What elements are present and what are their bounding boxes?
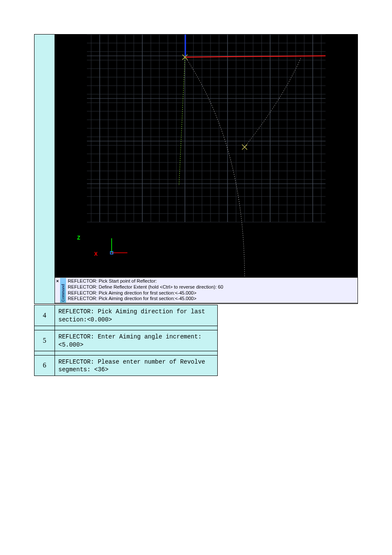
command-line-panel[interactable]: × Command REFLECTOR: Pick Start point of…: [55, 278, 357, 304]
step-text: REFLECTOR: Please enter number of Revolv…: [55, 355, 218, 376]
command-line: REFLECTOR: Pick Start point of Reflector…: [68, 278, 356, 284]
ucs-icon: [110, 238, 127, 254]
step-number: 6: [35, 355, 55, 376]
step-number: 5: [35, 330, 55, 351]
step-text: REFLECTOR: Enter Aiming angle increment:…: [55, 330, 218, 351]
command-history: REFLECTOR: Pick Start point of Reflector…: [66, 278, 357, 303]
command-line: REFLECTOR: Pick Aiming direction for fir…: [68, 296, 356, 302]
table-row: 6 REFLECTOR: Please enter number of Revo…: [35, 355, 218, 376]
axis-x-label: X: [94, 251, 98, 257]
viewport-drawing: [55, 35, 357, 278]
instruction-steps-table: 4 REFLECTOR: Pick Aiming direction for l…: [34, 305, 218, 376]
command-line: REFLECTOR: Define Reflector Extent (hold…: [68, 284, 356, 290]
cad-viewport[interactable]: Z X: [55, 35, 357, 278]
close-icon[interactable]: ×: [55, 278, 60, 303]
command-panel-label: Command: [60, 278, 66, 303]
axis-z-label: Z: [77, 235, 80, 241]
table-row: 5 REFLECTOR: Enter Aiming angle incremen…: [35, 330, 218, 351]
step-text: REFLECTOR: Pick Aiming direction for las…: [55, 305, 218, 326]
left-margin-cell: [35, 35, 55, 304]
command-line: REFLECTOR: Pick Aiming direction for fir…: [68, 290, 356, 296]
table-row: 4 REFLECTOR: Pick Aiming direction for l…: [35, 305, 218, 326]
step-number: 4: [35, 305, 55, 326]
